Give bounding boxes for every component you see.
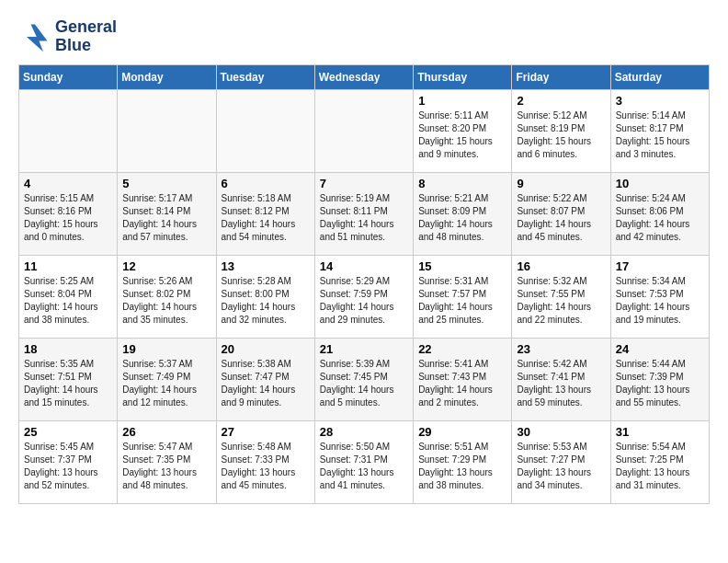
calendar-cell: 9Sunrise: 5:22 AMSunset: 8:07 PMDaylight…: [512, 172, 610, 255]
calendar-cell: 17Sunrise: 5:34 AMSunset: 7:53 PMDayligh…: [610, 255, 709, 338]
day-number: 31: [616, 425, 704, 439]
day-number: 9: [517, 177, 605, 190]
svg-marker-0: [27, 24, 48, 52]
calendar-cell: 26Sunrise: 5:47 AMSunset: 7:35 PMDayligh…: [118, 420, 216, 503]
day-info: Sunrise: 5:29 AMSunset: 7:59 PMDaylight:…: [320, 275, 408, 327]
calendar-cell: 11Sunrise: 5:25 AMSunset: 8:04 PMDayligh…: [19, 255, 118, 338]
calendar-cell: 5Sunrise: 5:17 AMSunset: 8:14 PMDaylight…: [118, 172, 216, 255]
calendar-cell: [19, 89, 118, 172]
day-info: Sunrise: 5:50 AMSunset: 7:31 PMDaylight:…: [320, 441, 408, 492]
day-info: Sunrise: 5:17 AMSunset: 8:14 PMDaylight:…: [122, 192, 210, 244]
day-info: Sunrise: 5:48 AMSunset: 7:33 PMDaylight:…: [222, 441, 310, 492]
calendar-cell: 29Sunrise: 5:51 AMSunset: 7:29 PMDayligh…: [414, 420, 512, 503]
calendar-cell: 28Sunrise: 5:50 AMSunset: 7:31 PMDayligh…: [314, 420, 413, 503]
calendar-cell: 25Sunrise: 5:45 AMSunset: 7:37 PMDayligh…: [19, 420, 118, 503]
day-number: 3: [616, 94, 704, 108]
weekday-header-monday: Monday: [118, 64, 216, 89]
day-info: Sunrise: 5:19 AMSunset: 8:11 PMDaylight:…: [320, 192, 408, 244]
logo-icon: [18, 20, 51, 53]
calendar-cell: 14Sunrise: 5:29 AMSunset: 7:59 PMDayligh…: [314, 255, 413, 338]
weekday-header-friday: Friday: [512, 64, 610, 89]
day-number: 24: [616, 342, 704, 356]
day-number: 29: [418, 425, 506, 439]
day-number: 14: [320, 259, 408, 273]
day-number: 2: [517, 94, 605, 108]
day-info: Sunrise: 5:38 AMSunset: 7:47 PMDaylight:…: [222, 358, 310, 409]
day-info: Sunrise: 5:14 AMSunset: 8:17 PMDaylight:…: [616, 109, 704, 161]
day-info: Sunrise: 5:26 AMSunset: 8:02 PMDaylight:…: [122, 275, 210, 327]
day-number: 23: [517, 342, 605, 356]
day-number: 22: [418, 342, 506, 356]
calendar-cell: 8Sunrise: 5:21 AMSunset: 8:09 PMDaylight…: [414, 172, 512, 255]
day-info: Sunrise: 5:28 AMSunset: 8:00 PMDaylight:…: [222, 275, 310, 327]
weekday-header-saturday: Saturday: [610, 64, 709, 89]
calendar-cell: 18Sunrise: 5:35 AMSunset: 7:51 PMDayligh…: [19, 338, 118, 420]
week-row-5: 25Sunrise: 5:45 AMSunset: 7:37 PMDayligh…: [19, 420, 710, 503]
day-number: 8: [418, 177, 506, 190]
week-row-1: 1Sunrise: 5:11 AMSunset: 8:20 PMDaylight…: [19, 89, 710, 172]
day-info: Sunrise: 5:22 AMSunset: 8:07 PMDaylight:…: [517, 192, 605, 244]
weekday-header-tuesday: Tuesday: [216, 64, 314, 89]
day-info: Sunrise: 5:18 AMSunset: 8:12 PMDaylight:…: [222, 192, 310, 244]
calendar-cell: 19Sunrise: 5:37 AMSunset: 7:49 PMDayligh…: [118, 338, 216, 420]
day-info: Sunrise: 5:12 AMSunset: 8:19 PMDaylight:…: [517, 109, 605, 161]
calendar-cell: 16Sunrise: 5:32 AMSunset: 7:55 PMDayligh…: [512, 255, 610, 338]
day-number: 28: [320, 425, 408, 439]
day-info: Sunrise: 5:35 AMSunset: 7:51 PMDaylight:…: [24, 358, 112, 409]
calendar-cell: 30Sunrise: 5:53 AMSunset: 7:27 PMDayligh…: [512, 420, 610, 503]
day-info: Sunrise: 5:54 AMSunset: 7:25 PMDaylight:…: [616, 441, 704, 492]
calendar: SundayMondayTuesdayWednesdayThursdayFrid…: [18, 64, 710, 504]
calendar-cell: 7Sunrise: 5:19 AMSunset: 8:11 PMDaylight…: [314, 172, 413, 255]
day-info: Sunrise: 5:42 AMSunset: 7:41 PMDaylight:…: [517, 358, 605, 409]
weekday-header-row: SundayMondayTuesdayWednesdayThursdayFrid…: [19, 64, 710, 89]
weekday-header-sunday: Sunday: [19, 64, 118, 89]
day-number: 7: [320, 177, 408, 190]
calendar-cell: 15Sunrise: 5:31 AMSunset: 7:57 PMDayligh…: [414, 255, 512, 338]
day-info: Sunrise: 5:11 AMSunset: 8:20 PMDaylight:…: [418, 109, 506, 161]
day-number: 20: [222, 342, 310, 356]
day-number: 19: [122, 342, 210, 356]
day-number: 12: [122, 259, 210, 273]
day-info: Sunrise: 5:21 AMSunset: 8:09 PMDaylight:…: [418, 192, 506, 244]
day-number: 16: [517, 259, 605, 273]
calendar-cell: 12Sunrise: 5:26 AMSunset: 8:02 PMDayligh…: [118, 255, 216, 338]
day-number: 10: [616, 177, 704, 190]
day-number: 21: [320, 342, 408, 356]
day-info: Sunrise: 5:15 AMSunset: 8:16 PMDaylight:…: [24, 192, 112, 244]
logo-text: General Blue: [55, 18, 117, 55]
day-number: 4: [24, 177, 112, 190]
day-info: Sunrise: 5:32 AMSunset: 7:55 PMDaylight:…: [517, 275, 605, 327]
week-row-4: 18Sunrise: 5:35 AMSunset: 7:51 PMDayligh…: [19, 338, 710, 420]
day-number: 17: [616, 259, 704, 273]
day-info: Sunrise: 5:24 AMSunset: 8:06 PMDaylight:…: [616, 192, 704, 244]
day-info: Sunrise: 5:51 AMSunset: 7:29 PMDaylight:…: [418, 441, 506, 492]
calendar-cell: 23Sunrise: 5:42 AMSunset: 7:41 PMDayligh…: [512, 338, 610, 420]
calendar-cell: 1Sunrise: 5:11 AMSunset: 8:20 PMDaylight…: [414, 89, 512, 172]
day-number: 26: [122, 425, 210, 439]
day-info: Sunrise: 5:41 AMSunset: 7:43 PMDaylight:…: [418, 358, 506, 409]
day-number: 18: [24, 342, 112, 356]
calendar-cell: 22Sunrise: 5:41 AMSunset: 7:43 PMDayligh…: [414, 338, 512, 420]
day-number: 30: [517, 425, 605, 439]
day-info: Sunrise: 5:25 AMSunset: 8:04 PMDaylight:…: [24, 275, 112, 327]
weekday-header-wednesday: Wednesday: [314, 64, 413, 89]
calendar-cell: 3Sunrise: 5:14 AMSunset: 8:17 PMDaylight…: [610, 89, 709, 172]
day-number: 13: [222, 259, 310, 273]
calendar-cell: 6Sunrise: 5:18 AMSunset: 8:12 PMDaylight…: [216, 172, 314, 255]
calendar-cell: 10Sunrise: 5:24 AMSunset: 8:06 PMDayligh…: [610, 172, 709, 255]
day-number: 15: [418, 259, 506, 273]
calendar-cell: 20Sunrise: 5:38 AMSunset: 7:47 PMDayligh…: [216, 338, 314, 420]
logo: General Blue: [18, 18, 117, 55]
week-row-2: 4Sunrise: 5:15 AMSunset: 8:16 PMDaylight…: [19, 172, 710, 255]
day-info: Sunrise: 5:45 AMSunset: 7:37 PMDaylight:…: [24, 441, 112, 492]
day-info: Sunrise: 5:31 AMSunset: 7:57 PMDaylight:…: [418, 275, 506, 327]
calendar-cell: 31Sunrise: 5:54 AMSunset: 7:25 PMDayligh…: [610, 420, 709, 503]
calendar-cell: [118, 89, 216, 172]
day-info: Sunrise: 5:39 AMSunset: 7:45 PMDaylight:…: [320, 358, 408, 409]
week-row-3: 11Sunrise: 5:25 AMSunset: 8:04 PMDayligh…: [19, 255, 710, 338]
calendar-cell: [216, 89, 314, 172]
calendar-cell: 21Sunrise: 5:39 AMSunset: 7:45 PMDayligh…: [314, 338, 413, 420]
day-number: 1: [418, 94, 506, 108]
day-number: 11: [24, 259, 112, 273]
day-info: Sunrise: 5:53 AMSunset: 7:27 PMDaylight:…: [517, 441, 605, 492]
